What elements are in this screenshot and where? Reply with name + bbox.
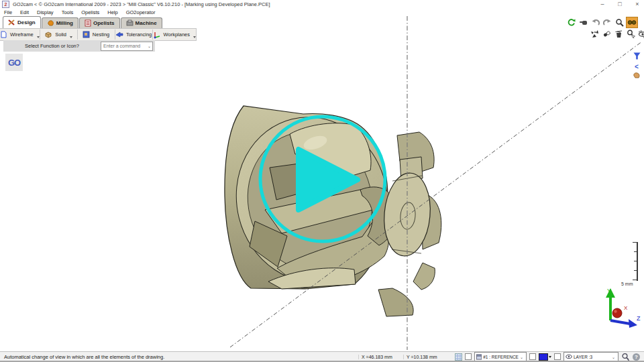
pan-hand-icon bbox=[633, 72, 641, 79]
color-dropdown-icon[interactable] bbox=[549, 356, 551, 358]
wireframe-dropdown-icon[interactable] bbox=[37, 36, 40, 38]
eraser-icon bbox=[602, 29, 611, 38]
tab-milling-label: Milling bbox=[56, 20, 73, 26]
nesting-label: Nesting bbox=[93, 32, 109, 38]
filter-icon bbox=[633, 52, 641, 60]
menu-edit[interactable]: Edit bbox=[16, 9, 33, 15]
refresh-icon bbox=[567, 18, 576, 27]
menu-bar: File Edit Display Tools Opelists Help GO… bbox=[0, 9, 644, 16]
tolerancing-icon bbox=[115, 31, 123, 38]
zoom-select-button[interactable] bbox=[625, 29, 636, 39]
delete-bin-button[interactable] bbox=[613, 29, 624, 39]
zoom-window-icon[interactable] bbox=[621, 353, 630, 361]
app-icon: 2 bbox=[2, 1, 9, 8]
command-prompt-label: Select Function or Icon? bbox=[3, 43, 101, 49]
zoom-button[interactable] bbox=[614, 17, 625, 27]
eye-icon bbox=[638, 30, 644, 38]
menu-opelists[interactable]: Opelists bbox=[77, 9, 103, 15]
tolerancing-button[interactable]: Tolerancing bbox=[115, 29, 153, 40]
glasses-icon bbox=[627, 19, 637, 26]
workplanes-icon bbox=[153, 31, 161, 39]
machine-icon bbox=[126, 19, 133, 27]
view-toolbar-row1 bbox=[566, 17, 638, 28]
tab-machine[interactable]: Machine bbox=[121, 17, 162, 28]
tolerancing-label: Tolerancing bbox=[126, 32, 152, 38]
design-icon bbox=[8, 19, 15, 26]
coordinate-y: Y =10.138 mm bbox=[403, 355, 448, 359]
redo-button[interactable] bbox=[602, 17, 612, 27]
tab-opelists-label: Opelists bbox=[93, 20, 115, 26]
opelists-icon bbox=[85, 19, 91, 27]
undo-button[interactable] bbox=[590, 17, 600, 27]
menu-display[interactable]: Display bbox=[33, 9, 58, 15]
reference-selector-value: #1 : REFERENCE bbox=[483, 355, 519, 359]
redo-icon bbox=[603, 18, 612, 27]
command-combobox[interactable]: ⌄ bbox=[101, 42, 153, 51]
drawing-viewport[interactable] bbox=[0, 16, 644, 351]
filter-button[interactable] bbox=[632, 51, 641, 60]
tab-machine-label: Machine bbox=[136, 20, 157, 26]
tab-opelists[interactable]: Opelists bbox=[79, 17, 120, 28]
color-checkbox[interactable] bbox=[529, 353, 536, 360]
tab-design-label: Design bbox=[17, 19, 36, 25]
menu-tools[interactable]: Tools bbox=[58, 9, 78, 15]
z-axis-label: Z bbox=[637, 315, 641, 322]
regenerate-button[interactable] bbox=[566, 17, 576, 27]
axis-triad: Y X Z bbox=[599, 286, 642, 330]
tab-design[interactable]: Design bbox=[3, 16, 41, 28]
reference-dropdown-icon[interactable]: ⌄ bbox=[520, 355, 523, 359]
wireframe-label: Wireframe bbox=[10, 32, 34, 38]
ribbon-tabs: Design Milling Opelists Machine bbox=[3, 17, 163, 28]
status-message: Automatical change of view in which are … bbox=[4, 354, 358, 360]
layer-eye-icon bbox=[566, 354, 572, 359]
design-toolbar: Wireframe Solid Nesting Tolerancing bbox=[0, 28, 197, 41]
explode-icon bbox=[590, 29, 599, 38]
go2-glasses-button[interactable] bbox=[626, 17, 638, 28]
tab-milling[interactable]: Milling bbox=[42, 17, 78, 28]
help-button[interactable]: ? bbox=[633, 353, 640, 361]
wireframe-button[interactable]: Wireframe bbox=[0, 29, 40, 40]
y-axis-label: Y bbox=[607, 288, 611, 294]
layer-selector[interactable]: LAYER :3 ⌄ bbox=[564, 352, 619, 361]
go2-logo-button[interactable]: GO bbox=[5, 54, 23, 71]
command-bar: Select Function or Icon? ⌄ bbox=[3, 40, 155, 52]
milling-icon bbox=[47, 19, 54, 27]
solid-dropdown-icon[interactable] bbox=[70, 36, 72, 38]
erase-button[interactable] bbox=[601, 29, 612, 39]
layer-checkbox[interactable] bbox=[554, 353, 561, 360]
current-color-swatch bbox=[539, 353, 548, 361]
pointer-hand-icon bbox=[579, 18, 588, 27]
menu-help[interactable]: Help bbox=[103, 9, 121, 15]
nesting-button[interactable]: Nesting bbox=[78, 29, 115, 40]
solid-button[interactable]: Solid bbox=[40, 29, 78, 40]
status-bar: Automatical change of view in which are … bbox=[0, 351, 644, 361]
workplanes-button[interactable]: Workplanes bbox=[153, 29, 196, 40]
menu-file[interactable]: File bbox=[0, 9, 16, 15]
reference-selector[interactable]: #1 : REFERENCE ⌄ bbox=[474, 352, 527, 361]
layer-selector-value: LAYER :3 bbox=[574, 355, 592, 359]
close-button[interactable]: × bbox=[633, 0, 641, 9]
layer-dropdown-icon[interactable]: ⌄ bbox=[612, 355, 615, 359]
reference-checkbox[interactable] bbox=[465, 353, 472, 360]
go2-logo-label: GO bbox=[8, 58, 20, 68]
magnifier-cursor-icon bbox=[627, 29, 635, 38]
coordinate-x: X =46.183 mm bbox=[358, 355, 403, 359]
explode-elements-button[interactable] bbox=[589, 29, 600, 39]
workplanes-label: Workplanes bbox=[164, 32, 190, 38]
pan-hand-button[interactable] bbox=[632, 70, 641, 80]
select-pointer-button[interactable] bbox=[578, 17, 588, 27]
workplanes-dropdown-icon[interactable] bbox=[193, 36, 196, 38]
minimize-button[interactable]: – bbox=[598, 0, 606, 9]
collapse-panel-button[interactable]: < bbox=[632, 62, 641, 71]
visibility-button[interactable] bbox=[637, 29, 644, 39]
magnifier-icon bbox=[615, 18, 624, 27]
command-input[interactable] bbox=[101, 44, 144, 48]
menu-go2operator[interactable]: GO2operator bbox=[122, 9, 160, 15]
command-dropdown-icon[interactable]: ⌄ bbox=[148, 44, 151, 48]
x-axis-label: X bbox=[624, 305, 628, 311]
color-picker[interactable] bbox=[539, 353, 551, 361]
maximize-button[interactable]: □ bbox=[616, 0, 624, 9]
cad-model-canvas bbox=[0, 16, 644, 351]
view-toolbar-row2 bbox=[589, 29, 644, 39]
grid-snap-icon[interactable] bbox=[455, 353, 462, 361]
